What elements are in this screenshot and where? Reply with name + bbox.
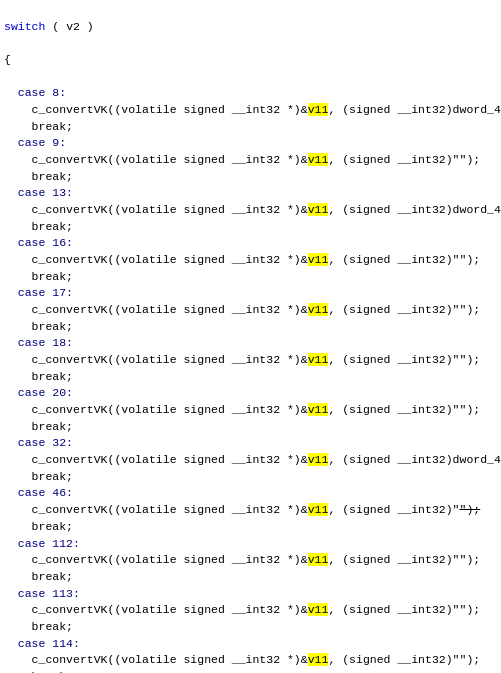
func-call-line: c_convertVK((volatile signed __int32 *)&… — [4, 502, 497, 519]
case-label: case 114: — [4, 636, 497, 653]
switch-line: switch ( v2 ) — [4, 19, 497, 36]
highlighted-var: v11 — [308, 453, 329, 466]
case-label: case 8: — [4, 85, 497, 102]
case-label: case 16: — [4, 235, 497, 252]
case-label: case 17: — [4, 285, 497, 302]
open-brace: { — [4, 52, 497, 69]
highlighted-var: v11 — [308, 653, 329, 666]
break-line: break; — [4, 519, 497, 536]
break-line: break; — [4, 319, 497, 336]
highlighted-var: v11 — [308, 203, 329, 216]
break-line: break; — [4, 669, 497, 673]
break-line: break; — [4, 619, 497, 636]
func-call-line: c_convertVK((volatile signed __int32 *)&… — [4, 402, 497, 419]
highlighted-var: v11 — [308, 503, 329, 516]
highlighted-var: v11 — [308, 253, 329, 266]
break-line: break; — [4, 569, 497, 586]
case-label: case 20: — [4, 385, 497, 402]
case-label: case 112: — [4, 536, 497, 553]
func-call-line: c_convertVK((volatile signed __int32 *)&… — [4, 652, 497, 669]
case-label: case 113: — [4, 586, 497, 603]
break-line: break; — [4, 419, 497, 436]
break-line: break; — [4, 119, 497, 136]
case-label: case 13: — [4, 185, 497, 202]
func-call-line: c_convertVK((volatile signed __int32 *)&… — [4, 152, 497, 169]
highlighted-var: v11 — [308, 303, 329, 316]
highlighted-var: v11 — [308, 153, 329, 166]
case-label: case 9: — [4, 135, 497, 152]
highlighted-var: v11 — [308, 553, 329, 566]
break-line: break; — [4, 469, 497, 486]
case-label: case 32: — [4, 435, 497, 452]
func-call-line: c_convertVK((volatile signed __int32 *)&… — [4, 452, 497, 469]
case-label: case 46: — [4, 485, 497, 502]
break-line: break; — [4, 219, 497, 236]
func-call-line: c_convertVK((volatile signed __int32 *)&… — [4, 102, 497, 119]
highlighted-var: v11 — [308, 603, 329, 616]
highlighted-var: v11 — [308, 353, 329, 366]
func-call-line: c_convertVK((volatile signed __int32 *)&… — [4, 202, 497, 219]
code-block: switch ( v2 ) { case 8: c_convertVK((vol… — [0, 0, 501, 673]
break-line: break; — [4, 369, 497, 386]
func-call-line: c_convertVK((volatile signed __int32 *)&… — [4, 352, 497, 369]
break-line: break; — [4, 269, 497, 286]
case-label: case 18: — [4, 335, 497, 352]
highlighted-var: v11 — [308, 403, 329, 416]
func-call-line: c_convertVK((volatile signed __int32 *)&… — [4, 252, 497, 269]
highlighted-var: v11 — [308, 103, 329, 116]
func-call-line: c_convertVK((volatile signed __int32 *)&… — [4, 552, 497, 569]
break-line: break; — [4, 169, 497, 186]
func-call-line: c_convertVK((volatile signed __int32 *)&… — [4, 602, 497, 619]
func-call-line: c_convertVK((volatile signed __int32 *)&… — [4, 302, 497, 319]
